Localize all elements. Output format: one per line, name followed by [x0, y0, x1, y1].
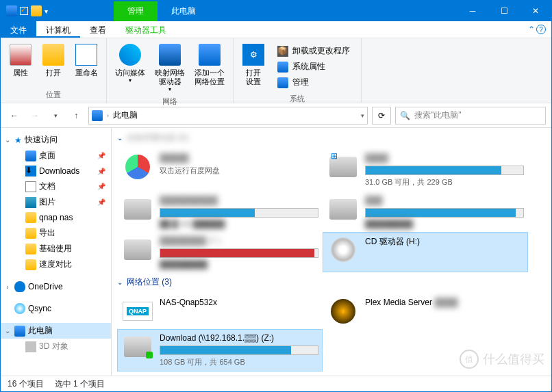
properties-button[interactable]: 属性 — [6, 41, 35, 88]
qnap-icon: QNAP — [123, 302, 153, 321]
minimize-button[interactable]: ─ — [457, 1, 488, 21]
section-devices[interactable]: ⌄设备和驱动器 (6) — [117, 128, 546, 149]
pin-icon: 📌 — [97, 168, 108, 175]
sidebar-item-documents[interactable]: 文档📌 — [1, 179, 111, 194]
uninstall-button[interactable]: 📦卸载或更改程序 — [275, 44, 353, 58]
forward-button[interactable]: → — [27, 107, 43, 124]
refresh-button[interactable]: ⟳ — [372, 107, 391, 125]
qat-checkbox-icon[interactable] — [20, 7, 28, 15]
baidu-icon — [125, 155, 150, 179]
group-location-label: 位置 — [6, 88, 101, 100]
cd-icon — [331, 237, 355, 262]
drive-icon — [124, 239, 151, 260]
map-drive-button[interactable]: 映射网络 驱动器▾ — [152, 41, 188, 95]
status-count: 16 个项目 — [8, 378, 44, 390]
search-icon: 🔍 — [400, 111, 410, 120]
sidebar-item-3d[interactable]: 3D 对象 — [1, 339, 111, 354]
open-button[interactable]: 打开 — [39, 41, 68, 88]
tab-drive-tools[interactable]: 驱动器工具 — [116, 21, 176, 38]
sidebar-item-qnap[interactable]: qnap nas — [1, 210, 111, 225]
drive-icon: ⊞ — [329, 157, 357, 177]
sidebar-item-export[interactable]: 导出 — [1, 225, 111, 241]
drive-cd[interactable]: CD 驱动器 (H:) — [323, 232, 528, 272]
tab-view[interactable]: 查看 — [80, 21, 116, 38]
sidebar-quick-access[interactable]: ⌄★快速访问 — [1, 132, 111, 148]
sidebar-item-basic[interactable]: 基础使用 — [1, 241, 111, 257]
drive-icon — [329, 199, 357, 220]
qat-button[interactable] — [31, 5, 42, 16]
pin-icon: 📌 — [97, 152, 108, 159]
rename-button[interactable]: 重命名 — [72, 41, 101, 88]
maximize-button[interactable]: ☐ — [488, 1, 520, 21]
location-icon — [92, 110, 103, 121]
drive-icon — [124, 199, 151, 220]
drive-baidu[interactable]: █████双击运行百度网盘 — [117, 149, 323, 192]
app-icon — [6, 5, 17, 16]
group-system-label: 系统 — [239, 92, 355, 104]
address-dropdown-icon[interactable]: ▾ — [361, 112, 364, 119]
plex-icon: › — [331, 299, 355, 324]
ribbon-collapse[interactable]: ⌃ ? — [523, 21, 551, 38]
network-download[interactable]: Download (\\192.168.1.▒▒) (Z:)108 GB 可用，… — [117, 329, 323, 371]
section-network[interactable]: ⌄网络位置 (3) — [117, 272, 546, 293]
sidebar-item-pictures[interactable]: 图片📌 — [1, 194, 111, 210]
sidebar-item-downloads[interactable]: ⬇Downloads📌 — [1, 164, 111, 179]
drive-c[interactable]: ⊞ ████31.0 GB 可用，共 229 GB — [323, 149, 528, 192]
pin-icon: 📌 — [97, 198, 108, 206]
tab-file[interactable]: 文件 — [1, 21, 36, 38]
drive-d[interactable]: ████████████.█ GB ██████ — [117, 192, 323, 232]
up-button[interactable]: ↑ — [68, 107, 84, 124]
network-plex[interactable]: › Plex Media Server ████ — [323, 293, 528, 329]
status-selection: 选中 1 个项目 — [55, 378, 105, 390]
back-button[interactable]: ← — [6, 107, 23, 124]
access-media-button[interactable]: 访问媒体▾ — [112, 41, 148, 95]
close-button[interactable]: ✕ — [520, 1, 551, 21]
context-tab-manage[interactable]: 管理 — [114, 1, 158, 21]
address-bar[interactable]: › 此电脑 ▾ — [88, 107, 368, 125]
content-pane[interactable]: ⌄设备和驱动器 (6) █████双击运行百度网盘 ⊞ ████31.0 GB … — [112, 128, 551, 376]
sidebar-onedrive[interactable]: ›OneDrive — [1, 279, 111, 294]
system-properties-button[interactable]: 系统属性 — [275, 60, 353, 74]
navigation-pane[interactable]: ⌄★快速访问 桌面📌 ⬇Downloads📌 文档📌 图片📌 qnap nas … — [1, 128, 112, 376]
network-drive-icon — [124, 337, 151, 357]
window-title: 此电脑 — [158, 1, 210, 21]
recent-dropdown[interactable]: ▾ — [47, 107, 64, 124]
manage-button[interactable]: 管理 — [275, 75, 353, 90]
sidebar-item-desktop[interactable]: 桌面📌 — [1, 148, 111, 164]
network-nas[interactable]: QNAP NAS-Qnap532x — [117, 293, 323, 329]
sidebar-item-speed[interactable]: 速度对比 — [1, 257, 111, 272]
drive-e[interactable]: ████████████ — [323, 192, 528, 232]
tab-computer[interactable]: 计算机 — [36, 21, 80, 38]
search-input[interactable]: 🔍 搜索"此电脑" — [395, 107, 546, 125]
qat-dropdown-icon[interactable]: ▾ — [45, 8, 48, 15]
drive-f[interactable]: ████████ (F:)█████████ — [117, 232, 323, 272]
breadcrumb[interactable]: 此电脑 — [113, 109, 138, 121]
sidebar-qsync[interactable]: Qsync — [1, 301, 111, 316]
pin-icon: 📌 — [97, 183, 108, 190]
group-network-label: 网络 — [112, 95, 227, 107]
sidebar-this-pc[interactable]: ⌄此电脑 — [1, 323, 111, 339]
add-location-button[interactable]: 添加一个 网络位置 — [192, 41, 227, 95]
open-settings-button[interactable]: ⚙打开 设置 — [239, 41, 268, 92]
